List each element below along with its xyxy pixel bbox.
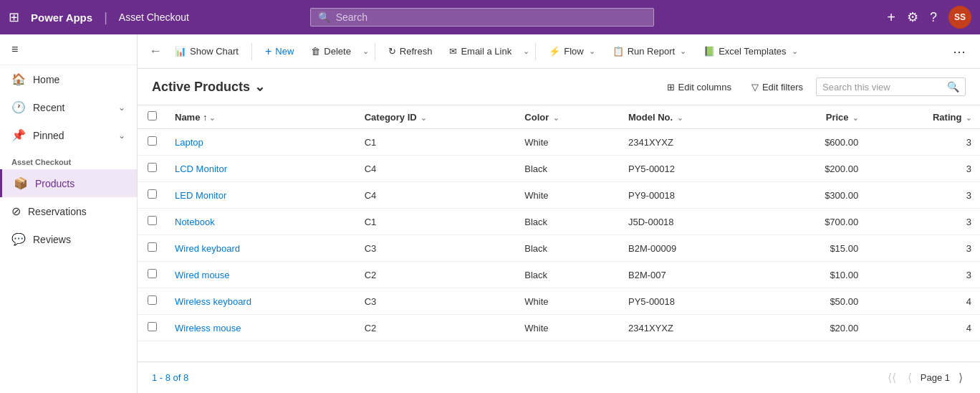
app-name: Power Apps [31, 11, 92, 24]
prev-page-button[interactable]: ⟨ [905, 369, 915, 386]
row-checkbox[interactable] [148, 322, 157, 331]
color-col-chevron: ⌄ [553, 114, 559, 122]
flow-button[interactable]: ⚡ Flow ⌄ [542, 42, 602, 61]
run-report-button[interactable]: 📋 Run Report ⌄ [605, 42, 693, 61]
reviews-icon: 💬 [11, 232, 26, 246]
col-header-categoryid[interactable]: Category ID ⌄ [356, 105, 517, 129]
settings-icon[interactable]: ⚙ [907, 9, 918, 25]
table-row: Wired mouse C2 Black B2M-007 $10.00 3 [138, 262, 980, 288]
nav-actions: + ⚙ ? SS [887, 6, 971, 29]
row-checkbox[interactable] [148, 216, 157, 225]
row-name-link[interactable]: Laptop [175, 137, 203, 148]
row-name-link[interactable]: Wireless keyboard [175, 296, 251, 307]
sidebar-toggle[interactable]: ≡ [0, 34, 137, 65]
excel-templates-button[interactable]: 📗 Excel Templates ⌄ [696, 42, 804, 61]
delete-chevron[interactable]: ⌄ [362, 47, 369, 56]
search-view-icon[interactable]: 🔍 [947, 81, 959, 93]
sidebar-item-recent[interactable]: 🕐 Recent ⌄ [0, 93, 137, 121]
refresh-button[interactable]: ↻ Refresh [381, 42, 440, 61]
first-page-button[interactable]: ⟨⟨ [885, 369, 899, 386]
edit-columns-label: Edit columns [678, 82, 731, 93]
flow-icon: ⚡ [549, 46, 560, 57]
help-icon[interactable]: ? [930, 10, 937, 25]
row-checkbox-cell[interactable] [138, 129, 166, 156]
row-checkbox[interactable] [148, 269, 157, 278]
row-name-link[interactable]: LCD Monitor [175, 164, 227, 174]
cell-color: Black [516, 209, 620, 235]
content-area: Active Products ⌄ ⊞ Edit columns ▽ Edit … [138, 69, 980, 393]
cell-price: $200.00 [764, 156, 868, 182]
select-all-header[interactable] [138, 105, 166, 129]
row-name-link[interactable]: Wired mouse [175, 270, 230, 280]
cell-price: $10.00 [764, 262, 868, 288]
col-header-modelno[interactable]: Model No. ⌄ [620, 105, 764, 129]
page-navigation: ⟨⟨ ⟨ Page 1 ⟩ [885, 369, 966, 386]
cell-price: $15.00 [764, 235, 868, 262]
row-checkbox[interactable] [148, 242, 157, 252]
cell-color: Black [516, 235, 620, 262]
sidebar-item-reservations[interactable]: ⊘ Reservations [0, 197, 137, 225]
col-header-color[interactable]: Color ⌄ [516, 105, 620, 129]
view-header: Active Products ⌄ ⊞ Edit columns ▽ Edit … [138, 69, 980, 105]
cell-rating: 3 [867, 156, 980, 182]
cell-rating: 4 [867, 288, 980, 315]
cell-categoryid: C1 [356, 209, 517, 235]
edit-columns-button[interactable]: ⊞ Edit columns [660, 78, 739, 96]
products-icon: 📦 [14, 176, 28, 190]
sidebar-item-home[interactable]: 🏠 Home [0, 65, 137, 93]
global-search-input[interactable] [336, 11, 646, 23]
waffle-icon[interactable]: ⊞ [9, 9, 19, 25]
next-page-button[interactable]: ⟩ [956, 369, 966, 386]
col-header-name[interactable]: Name ↑⌄ [166, 105, 356, 129]
cell-categoryid: C3 [356, 288, 517, 315]
top-navigation: ⊞ Power Apps | Asset Checkout 🔍 + ⚙ ? SS [0, 0, 980, 34]
reservations-icon: ⊘ [11, 204, 21, 218]
separator-2 [375, 43, 375, 60]
cell-price: $700.00 [764, 209, 868, 235]
select-all-checkbox[interactable] [148, 111, 157, 120]
view-title-chevron[interactable]: ⌄ [254, 79, 265, 95]
sidebar-item-pinned[interactable]: 📌 Pinned ⌄ [0, 121, 137, 149]
email-link-button[interactable]: ✉ Email a Link [442, 42, 519, 61]
recent-icon: 🕐 [11, 100, 26, 114]
row-checkbox[interactable] [148, 189, 157, 199]
row-name-link[interactable]: LED Monitor [175, 190, 226, 201]
cell-name: Wireless keyboard [166, 288, 356, 315]
cell-modelno: PY5-00018 [620, 288, 764, 315]
cell-categoryid: C2 [356, 315, 517, 341]
row-checkbox-cell[interactable] [138, 315, 166, 341]
sidebar-item-reviews[interactable]: 💬 Reviews [0, 225, 137, 253]
cell-color: White [516, 129, 620, 156]
row-name-link[interactable]: Wired keyboard [175, 243, 240, 254]
show-chart-button[interactable]: 📊 Show Chart [168, 42, 246, 61]
cell-categoryid: C2 [356, 262, 517, 288]
sidebar-item-products[interactable]: 📦 Products [0, 169, 137, 197]
row-checkbox[interactable] [148, 295, 157, 305]
col-header-price[interactable]: Price ⌄ [764, 105, 868, 129]
search-icon: 🔍 [318, 11, 330, 23]
new-button[interactable]: + New [258, 41, 301, 62]
search-view-input[interactable] [822, 82, 943, 93]
row-name-link[interactable]: Wireless mouse [175, 323, 241, 333]
edit-filters-button[interactable]: ▽ Edit filters [744, 78, 810, 96]
add-icon[interactable]: + [887, 9, 895, 26]
hamburger-icon[interactable]: ≡ [11, 43, 18, 55]
row-checkbox-cell[interactable] [138, 209, 166, 235]
cell-modelno: PY9-00018 [620, 182, 764, 209]
avatar[interactable]: SS [948, 6, 971, 29]
back-button[interactable]: ← [146, 41, 165, 62]
more-options-icon[interactable]: ⋯ [947, 41, 971, 62]
global-search-bar[interactable]: 🔍 [310, 8, 654, 27]
row-checkbox-cell[interactable] [138, 235, 166, 262]
row-checkbox-cell[interactable] [138, 262, 166, 288]
delete-button[interactable]: 🗑 Delete [304, 42, 358, 61]
row-checkbox[interactable] [148, 136, 157, 146]
row-checkbox[interactable] [148, 163, 157, 172]
email-chevron[interactable]: ⌄ [523, 47, 529, 56]
row-name-link[interactable]: Notebook [175, 217, 215, 227]
row-checkbox-cell[interactable] [138, 156, 166, 182]
row-checkbox-cell[interactable] [138, 182, 166, 209]
row-checkbox-cell[interactable] [138, 288, 166, 315]
run-report-chevron: ⌄ [680, 47, 686, 56]
col-header-rating[interactable]: Rating ⌄ [867, 105, 980, 129]
